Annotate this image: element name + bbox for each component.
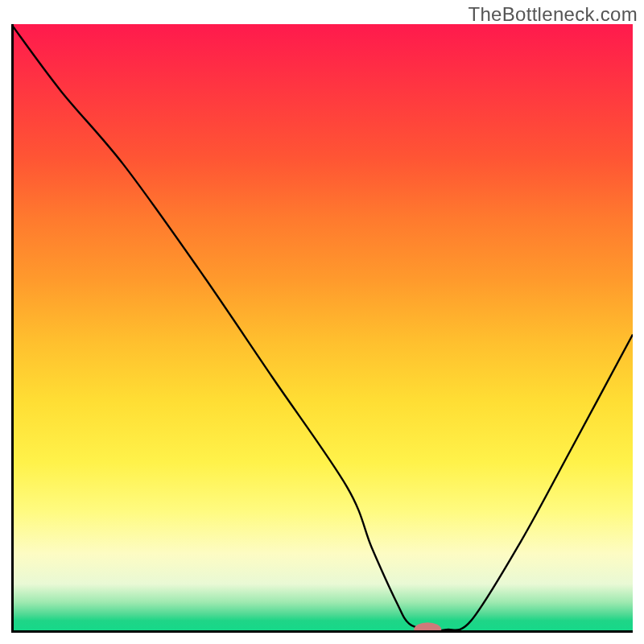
plot-area (11, 24, 633, 633)
chart-curve (11, 24, 633, 630)
watermark-text: TheBottleneck.com (468, 3, 638, 26)
chart-container: TheBottleneck.com (0, 0, 644, 644)
chart-marker (414, 622, 441, 633)
chart-svg (11, 24, 633, 633)
